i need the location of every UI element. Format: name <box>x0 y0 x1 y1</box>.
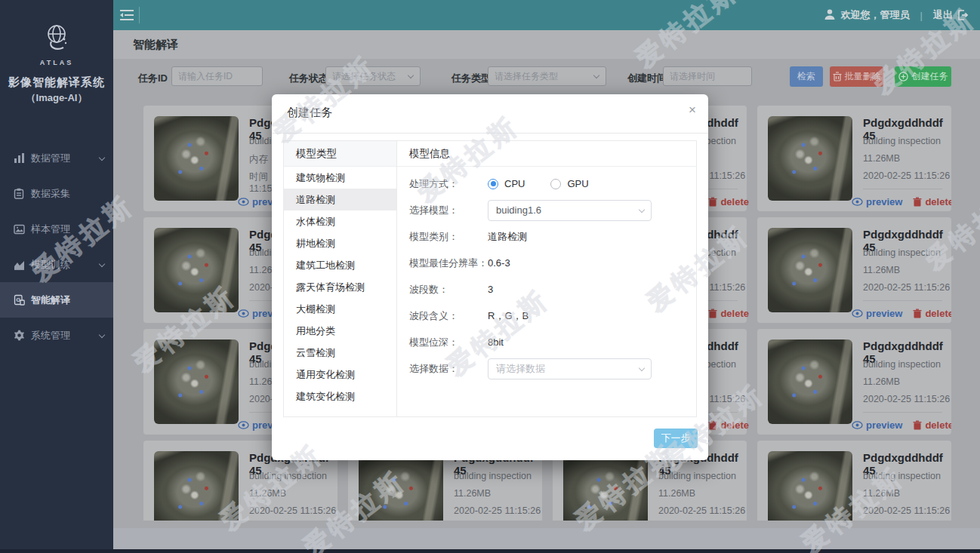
welcome-text: 欢迎您，管理员 <box>841 8 910 22</box>
search-button[interactable]: 检索 <box>790 66 823 87</box>
trash-icon <box>708 309 717 318</box>
preview-label: preview <box>866 308 902 319</box>
delete-button[interactable]: delete <box>913 308 951 319</box>
sidebar-item-2[interactable]: 样本管理 <box>0 211 113 247</box>
create-time-input[interactable] <box>663 66 752 86</box>
model-type-item[interactable]: 水体检测 <box>284 210 396 232</box>
user-icon <box>824 8 836 23</box>
task-thumbnail[interactable] <box>359 451 443 521</box>
task-type-placeholder: 请选择任务类型 <box>495 70 558 83</box>
close-icon[interactable]: × <box>689 103 696 116</box>
trash-icon <box>708 197 717 207</box>
trash-icon <box>913 197 922 207</box>
delete-button[interactable]: delete <box>913 419 951 431</box>
model-type-item[interactable]: 建筑变化检测 <box>284 386 396 407</box>
model-type-item[interactable]: 露天体育场检测 <box>284 276 396 298</box>
task-thumbnail[interactable] <box>768 451 852 521</box>
batch-delete-button[interactable]: 批量删除 <box>830 66 883 87</box>
delete-label: delete <box>720 419 749 431</box>
create-task-button[interactable]: 创建任务 <box>895 66 951 87</box>
model-resolution-label: 模型最佳分辨率： <box>409 257 488 270</box>
task-size: 11.26MB <box>249 488 286 499</box>
sidebar-item-label: 数据管理 <box>31 152 70 165</box>
model-select-value: buiding1.6 <box>496 204 541 216</box>
model-type-item[interactable]: 建筑物检测 <box>284 167 396 189</box>
model-type-item[interactable]: 耕地检测 <box>284 232 396 254</box>
eye-icon <box>238 421 249 429</box>
model-type-item[interactable]: 建筑工地检测 <box>284 254 396 276</box>
task-size: 11.26MB <box>863 265 900 275</box>
logout-button[interactable]: 退出 <box>933 8 968 22</box>
model-type-item[interactable]: 道路检测 <box>284 189 396 210</box>
task-size: 11.26MB <box>454 488 491 499</box>
model-type-list: 建筑物检测道路检测水体检测耕地检测建筑工地检测露天体育场检测大棚检测用地分类云雪… <box>284 167 396 407</box>
task-thumbnail[interactable] <box>154 116 239 201</box>
sidebar-item-4[interactable]: G智能解译 <box>0 282 113 318</box>
trash-icon <box>913 309 922 318</box>
select-model-label: 选择模型： <box>409 204 488 217</box>
logout-icon <box>957 10 968 20</box>
model-type-item[interactable]: 云雪检测 <box>284 342 396 364</box>
task-subtitle: building inspection <box>454 471 532 481</box>
task-size: 11.26MB <box>863 488 900 499</box>
model-type-item[interactable]: 通用变化检测 <box>284 364 396 386</box>
globe-logo-icon <box>41 23 72 57</box>
sidebar-item-0[interactable]: 数据管理 <box>0 140 113 176</box>
preview-button[interactable]: preview <box>852 419 902 431</box>
model-type-item[interactable]: 大棚检测 <box>284 298 396 320</box>
task-type-select[interactable]: 请选择任务类型 <box>488 66 606 86</box>
delete-button[interactable]: delete <box>708 196 749 207</box>
picture-icon <box>13 223 25 235</box>
task-thumbnail[interactable] <box>768 116 852 201</box>
task-thumbnail[interactable] <box>768 228 852 312</box>
model-type-item[interactable]: 用地分类 <box>284 320 396 342</box>
clipboard-icon <box>13 188 25 200</box>
sidebar-nav: 数据管理数据采集样本管理模型训练G智能解译系统管理 <box>0 140 113 353</box>
task-id-input[interactable] <box>171 66 263 86</box>
sidebar-item-label: 数据采集 <box>31 187 70 201</box>
model-select[interactable]: buiding1.6 <box>488 200 652 221</box>
chevron-down-icon <box>593 72 599 78</box>
preview-button[interactable]: preview <box>852 308 902 319</box>
sidebar-item-label: 智能解译 <box>31 293 70 307</box>
data-select-placeholder: 请选择数据 <box>496 362 545 376</box>
create-task-modal: 创建任务 × 模型类型 建筑物检测道路检测水体检测耕地检测建筑工地检测露天体育场… <box>272 94 708 460</box>
model-info-header: 模型信息 <box>397 141 696 167</box>
sidebar-item-label: 模型训练 <box>31 258 70 272</box>
sidebar-item-3[interactable]: 模型训练 <box>0 247 113 282</box>
sidebar-item-5[interactable]: 系统管理 <box>0 318 113 353</box>
topbar-separator: | <box>920 10 923 21</box>
chevron-down-icon <box>99 261 105 267</box>
eye-icon <box>852 309 863 318</box>
gpu-radio[interactable]: GPU <box>550 178 588 189</box>
task-status-select[interactable]: 请选择任务状态 <box>325 66 421 86</box>
delete-button[interactable]: delete <box>708 308 749 319</box>
cpu-radio[interactable]: CPU <box>488 178 525 189</box>
next-step-button[interactable]: 下一步 <box>654 429 698 448</box>
delete-label: delete <box>925 196 951 207</box>
sidebar-item-label: 样本管理 <box>31 223 70 236</box>
task-subtitle: building inspection <box>658 471 736 481</box>
app-title: 影像智能解译系统 <box>0 75 113 90</box>
task-thumbnail[interactable] <box>154 451 239 521</box>
band-meaning-label: 波段含义： <box>409 309 488 323</box>
logo-text: ATLAS <box>0 59 113 66</box>
task-time: 2020-02-25 11:15:26 <box>863 282 950 293</box>
preview-button[interactable]: preview <box>852 196 902 207</box>
sidebar-item-1[interactable]: 数据采集 <box>0 176 113 211</box>
bottom-band <box>113 528 980 549</box>
footer-strip <box>0 549 980 553</box>
task-thumbnail[interactable] <box>154 339 239 424</box>
collapse-menu-icon[interactable] <box>119 8 134 22</box>
task-thumbnail[interactable] <box>768 339 852 424</box>
delete-button[interactable]: delete <box>913 196 951 207</box>
task-thumbnail[interactable] <box>154 228 239 312</box>
task-card: Pdgdxgddhddf 45building inspection11.26M… <box>757 217 951 323</box>
interpret-icon: G <box>13 294 25 306</box>
data-select[interactable]: 请选择数据 <box>488 358 652 379</box>
delete-button[interactable]: delete <box>708 419 749 431</box>
task-thumbnail[interactable] <box>563 451 648 521</box>
trash-icon <box>833 72 842 81</box>
app-subtitle: （Image-AI） <box>0 91 113 105</box>
task-card: Pdgdxgddhddf 45building inspection11.26M… <box>757 329 951 435</box>
